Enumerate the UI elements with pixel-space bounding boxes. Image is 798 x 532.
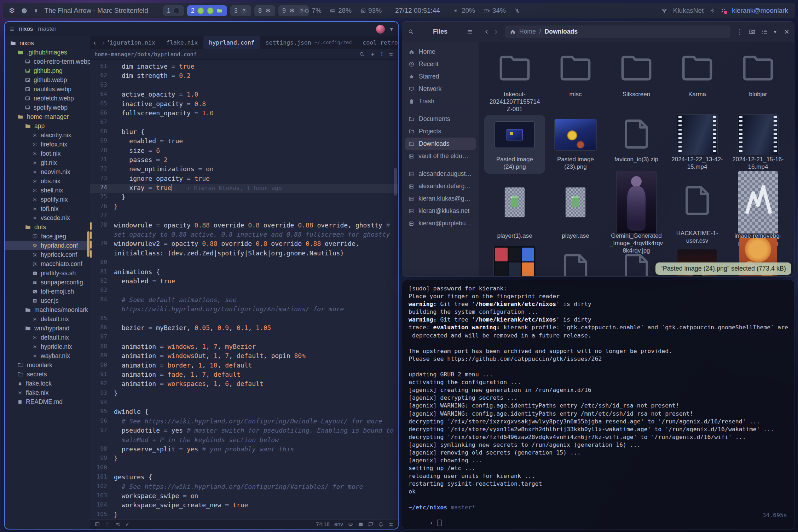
code-line-98[interactable]: 98 preserve_split = yes # you probably w… <box>90 445 398 455</box>
tree-item-prettify-ss.sh[interactable]: prettify-ss.sh <box>5 268 90 278</box>
code-line-81[interactable]: 81animations { <box>90 268 398 277</box>
tree-item-macchiato.conf[interactable]: macchiato.conf <box>5 259 90 268</box>
terminal-panel-icon[interactable] <box>358 522 363 527</box>
code-line-105[interactable]: 105} <box>90 511 398 519</box>
tree-item-vscode.nix[interactable]: vscode.nix <box>5 213 90 222</box>
code-line-86[interactable]: 86 bezier = myBezier, 0.05, 0.9, 0.1, 1.… <box>90 324 398 333</box>
code-line-93[interactable]: 93} <box>90 389 398 399</box>
code-line-wrap[interactable]: mainMod + P in the keybinds section belo… <box>90 436 398 445</box>
code-line-94[interactable]: 94 <box>90 399 398 408</box>
code-line-64[interactable]: 64 active_opacity = 1.0 <box>90 91 398 100</box>
tree-item-dots[interactable]: dots <box>5 222 90 232</box>
sidebar-item-recent[interactable]: Recent <box>405 58 476 70</box>
tree-item-cool-retro-term.webp[interactable]: cool-retro-term.webp <box>5 57 90 66</box>
code-line-wrap[interactable]: initialClass: (dev.zed.Zed|spotify|Slack… <box>90 249 398 259</box>
breadcrumb[interactable]: home-manager/dots/hyprland.conf <box>94 51 197 58</box>
file-item-Karma[interactable]: Karma <box>667 47 728 115</box>
tab-hyprland.conf[interactable]: hyprland.conf <box>203 36 260 49</box>
sidebar-item-vault-of-the-eldu-[interactable]: vault of the eldu… <box>405 150 476 162</box>
tree-item-obs.nix[interactable]: obs.nix <box>5 177 90 186</box>
code-line-71[interactable]: 71 passes = 2 <box>90 156 398 165</box>
file-item-takeout-20241207T155714Z-001[interactable]: takeout-20241207T155714Z-001 <box>484 47 545 115</box>
tree-item-firefox.nix[interactable]: firefox.nix <box>5 140 90 149</box>
panel-scrollbar[interactable] <box>87 231 89 257</box>
avatar[interactable] <box>376 25 385 34</box>
editor[interactable]: 61 dim_inactive = true62 dim_strength = … <box>90 60 398 519</box>
tree-item-home-manager[interactable]: home-manager <box>5 112 90 121</box>
tree-item-github.png[interactable]: github.png <box>5 66 90 75</box>
sidebar-item-kieran-purplebu-[interactable]: kieran@purplebu… <box>405 217 476 230</box>
code-line-84[interactable]: 84 # Some default animations, see <box>90 296 398 305</box>
hamburger-menu-icon[interactable] <box>467 29 473 35</box>
diagnostics-ok-icon[interactable]: ✓ <box>125 521 130 527</box>
git-branch[interactable]: master <box>38 25 56 33</box>
code-line-101[interactable]: 101gestures { <box>90 473 398 482</box>
network-name[interactable]: KlukasNet <box>673 7 704 15</box>
tree-item-user.js[interactable]: JSuser.js <box>5 296 90 305</box>
tree-item-flake.nix[interactable]: flake.nix <box>5 388 90 397</box>
code-line-78[interactable]: 78windowrule = opacity 0.88 override 0.8… <box>90 221 398 231</box>
search-icon[interactable] <box>408 29 414 35</box>
collab-panel-icon[interactable] <box>115 521 121 527</box>
code-line-88[interactable]: 88 animation = windows, 1, 7, myBezier <box>90 343 398 352</box>
prompt-line[interactable]: › 34.695s <box>409 511 788 530</box>
tree-item-machines/moonlark[interactable]: machines/moonlark <box>5 305 90 314</box>
outline-panel-icon[interactable] <box>105 521 110 527</box>
close-icon[interactable]: × <box>784 27 789 37</box>
file-item-favicon_io(3).zip[interactable]: favicon_io(3).zip <box>606 115 667 174</box>
tree-item-nautilus.webp[interactable]: nautilus.webp <box>5 85 90 94</box>
code-line-102[interactable]: 102 # See https://wiki.hyprland.org/Conf… <box>90 483 398 492</box>
sidebar-item-home[interactable]: Home <box>405 46 476 58</box>
sidebar-item-trash[interactable]: Trash <box>405 95 476 108</box>
file-item-HACKATIME-1-user.csv[interactable]: HACKATIME-1-user.csv <box>667 174 728 247</box>
file-item-2024-12-21_15-16-16.mp4[interactable]: 2024-12-21_15-16-16.mp4 <box>728 115 788 174</box>
sidebar-item-projects[interactable]: Projects <box>405 125 476 138</box>
code-line-62[interactable]: 62 dim_strength = 0.2 <box>90 72 398 81</box>
tree-item-moonlark[interactable]: moonlark <box>5 360 90 370</box>
tree-item-spotify.webp[interactable]: spotify.webp <box>5 103 90 112</box>
folder-search-icon[interactable] <box>749 28 756 35</box>
nav-forward-icon[interactable]: › <box>99 36 108 49</box>
code-line-82[interactable]: 82 enabled = true <box>90 277 398 287</box>
sidebar-item-documents[interactable]: Documents <box>405 113 476 125</box>
code-line-83[interactable]: 83 <box>90 287 398 296</box>
crumb-current[interactable]: Downloads <box>545 28 578 35</box>
chevron-down-icon[interactable]: ▾ <box>390 25 393 33</box>
tree-item-default.nix[interactable]: default.nix <box>5 333 90 342</box>
pause-icon[interactable] <box>33 8 39 13</box>
sidebar-item-downloads[interactable]: Downloads <box>405 138 476 150</box>
code-line-wrap[interactable]: set opacity to 0.88 active, 0.8 inactive… <box>90 231 398 240</box>
bluetooth-icon[interactable] <box>709 8 715 13</box>
code-line-75[interactable]: 75 } <box>90 193 398 202</box>
sidebar-item-kieran-klukas-g-[interactable]: kieran.klukas@g… <box>405 192 476 205</box>
sidebar-item-starred[interactable]: Starred <box>405 70 476 83</box>
code-line-91[interactable]: 91 animation = fade, 1, 7, default <box>90 371 398 380</box>
notifications-bell-icon[interactable] <box>378 521 384 527</box>
code-line-63[interactable]: 63 <box>90 81 398 91</box>
tree-item-wm/hyprland[interactable]: wm/hyprland <box>5 324 90 333</box>
volume-stat[interactable]: 20% <box>453 7 475 15</box>
settings-sliders-icon[interactable] <box>388 522 394 527</box>
tree-item-github.webp[interactable]: github.webp <box>5 75 90 85</box>
project-name[interactable]: nixos <box>19 25 33 33</box>
tree-item-secrets[interactable]: secrets <box>5 370 90 379</box>
forward-icon[interactable] <box>493 29 499 35</box>
file-item-DoubloonLeaderboard.csv[interactable]: DoubloonLeaderboard.csv <box>545 247 606 276</box>
code-line-89[interactable]: 89 animation = windowsOut, 1, 7, default… <box>90 352 398 361</box>
tree-item-sunpaperconfig[interactable]: sunpaperconfig <box>5 278 90 287</box>
tree-item-neovim.nix[interactable]: neovim.nix <box>5 167 90 177</box>
tree-item-hypridle.nix[interactable]: hypridle.nix <box>5 342 90 351</box>
file-item-misc[interactable]: misc <box>545 47 606 115</box>
code-line-103[interactable]: 103 workspace_swipe = on <box>90 492 398 501</box>
code-line-79[interactable]: 79windowrulev2 = opacity 0.88 override 0… <box>90 240 398 249</box>
workspace-1[interactable]: 1 <box>163 5 184 16</box>
search-icon[interactable] <box>359 51 365 57</box>
code-line-100[interactable]: 100 <box>90 464 398 473</box>
tree-item-.github/images[interactable]: .github/images <box>5 48 90 57</box>
sidebar-item-kieran-klukas-net[interactable]: kieran@klukas.net <box>405 205 476 217</box>
path-bar[interactable]: Home / Downloads <box>505 25 730 38</box>
crumb-home[interactable]: Home <box>519 28 536 35</box>
tab-cool-retro-term.png[interactable]: cool-retro-term.png <box>357 36 399 49</box>
tree-item-hyprland.conf[interactable]: hyprland.conf <box>5 241 90 250</box>
inline-assist-icon[interactable] <box>370 52 375 57</box>
